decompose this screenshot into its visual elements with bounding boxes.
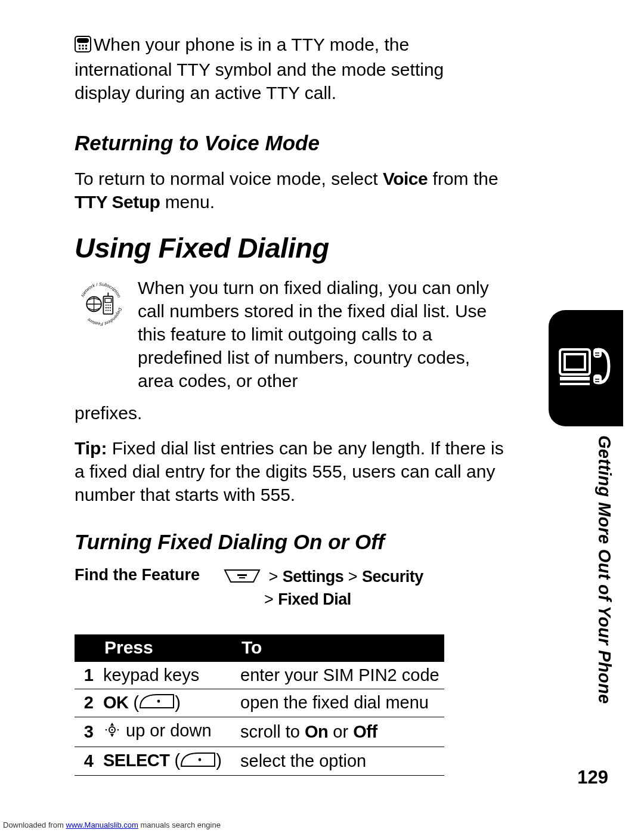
th-blank <box>75 634 98 662</box>
svg-rect-31 <box>565 354 585 370</box>
settings-label: Settings <box>283 568 344 586</box>
svg-point-13 <box>107 305 109 306</box>
scroll-pre: scroll to <box>240 722 305 741</box>
turning-fixed-dialing-heading: Turning Fixed Dialing On or Off <box>75 530 504 554</box>
svg-rect-2 <box>82 45 84 47</box>
off-label: Off <box>353 722 377 741</box>
menu-key-icon <box>224 567 261 589</box>
footer-pre: Downloaded from <box>3 820 66 829</box>
footer-post: manuals search engine <box>138 820 221 829</box>
download-footer: Downloaded from www.Manualslib.com manua… <box>3 820 221 829</box>
press-cell: up or down <box>98 717 236 747</box>
intro-text: When your phone is in a TTY mode, the in… <box>75 35 444 103</box>
voice-label: Voice <box>383 169 428 188</box>
press-cell: OK ( ) <box>98 689 236 717</box>
svg-point-14 <box>110 305 111 306</box>
press-to-table: Press To 1 keypad keys enter your SIM PI… <box>75 634 444 776</box>
rv-text-2: from the <box>428 169 498 188</box>
security-label: Security <box>362 568 423 586</box>
svg-text:Network / Subscription: Network / Subscription <box>80 281 122 299</box>
svg-rect-23 <box>239 577 245 578</box>
find-feature-path: > Settings > Security > Fixed Dial <box>224 566 423 611</box>
gt2: > <box>343 568 362 586</box>
using-fixed-dialing-heading: Using Fixed Dialing <box>75 231 504 264</box>
tip-label: Tip: <box>75 438 107 458</box>
row-num: 2 <box>75 689 98 717</box>
paren2: ) <box>175 693 181 712</box>
fixed-dial-label: Fixed Dial <box>278 590 351 608</box>
fixed-dial-callout-text: When you turn on fixed dialing, you can … <box>138 276 504 392</box>
svg-rect-4 <box>79 48 80 49</box>
network-subscription-dependent-feature-icon: Network / Subscription Dependent Feature <box>75 278 127 333</box>
row-num: 1 <box>75 662 98 689</box>
tty-setup-label: TTY Setup <box>75 192 160 212</box>
right-softkey-icon <box>139 693 175 713</box>
paren4: ) <box>216 751 222 770</box>
select-label: SELECT <box>103 751 169 770</box>
rv-text-3: menu. <box>160 192 215 212</box>
row-num: 4 <box>75 747 98 776</box>
press-cell: SELECT ( ) <box>98 747 236 776</box>
chapter-label: Getting More Out of Your Phone <box>595 435 614 704</box>
find-the-feature: Find the Feature > Settings > Security >… <box>75 566 504 611</box>
svg-point-27 <box>106 729 107 731</box>
tip-paragraph: Tip: Fixed dial list entries can be any … <box>75 436 504 506</box>
svg-rect-32 <box>560 377 590 380</box>
tip-body: Fixed dial list entries can be any lengt… <box>75 438 504 504</box>
rv-text-1: To return to normal voice mode, select <box>75 169 383 188</box>
table-row: 2 OK ( ) open the fixed dial menu <box>75 689 444 717</box>
table-row: 4 SELECT ( ) select the option <box>75 747 444 776</box>
right-softkey-icon <box>180 752 216 772</box>
to-cell: scroll to On or Off <box>236 717 444 747</box>
return-voice-body: To return to normal voice mode, select V… <box>75 167 504 213</box>
updown-label: up or down <box>121 721 212 741</box>
to-cell: open the fixed dial menu <box>236 689 444 717</box>
svg-point-24 <box>157 700 160 703</box>
svg-rect-5 <box>82 48 84 49</box>
svg-point-28 <box>117 729 119 731</box>
nav-key-icon <box>103 721 121 743</box>
svg-rect-3 <box>85 45 87 47</box>
th-to: To <box>236 634 444 662</box>
svg-rect-1 <box>79 45 80 47</box>
fixed-dial-callout-wrap: prefixes. <box>75 401 504 425</box>
svg-point-16 <box>107 307 109 308</box>
ok-label: OK <box>103 693 129 712</box>
svg-point-18 <box>106 310 107 311</box>
svg-rect-22 <box>237 574 247 576</box>
chapter-tab <box>549 310 623 426</box>
intro-paragraph: When your phone is in a TTY mode, the in… <box>75 33 504 104</box>
to-cell: enter your SIM PIN2 code <box>236 662 444 689</box>
svg-point-19 <box>107 310 109 311</box>
to-cell: select the option <box>236 747 444 776</box>
computer-phone-icon <box>556 343 616 394</box>
th-press: Press <box>98 634 236 662</box>
manualslib-link[interactable]: www.Manualslib.com <box>66 820 138 829</box>
paren3: ( <box>169 751 180 770</box>
page-number: 129 <box>577 767 608 788</box>
table-row: 1 keypad keys enter your SIM PIN2 code <box>75 662 444 689</box>
gt: > <box>269 568 283 586</box>
svg-point-12 <box>106 305 107 306</box>
svg-point-29 <box>199 758 202 761</box>
on-label: On <box>305 722 328 741</box>
svg-point-20 <box>110 310 111 311</box>
find-feature-label: Find the Feature <box>75 566 224 611</box>
row-num: 3 <box>75 717 98 747</box>
svg-point-17 <box>110 307 111 308</box>
tty-icon <box>75 35 91 58</box>
table-row: 3 up or down scroll to On <box>75 717 444 747</box>
gt3: > <box>264 590 278 608</box>
svg-point-26 <box>112 729 113 731</box>
return-voice-heading: Returning to Voice Mode <box>75 131 504 155</box>
press-cell: keypad keys <box>98 662 236 689</box>
svg-point-15 <box>106 307 107 308</box>
paren: ( <box>129 693 140 712</box>
or-label: or <box>328 722 353 741</box>
svg-rect-6 <box>85 48 87 49</box>
